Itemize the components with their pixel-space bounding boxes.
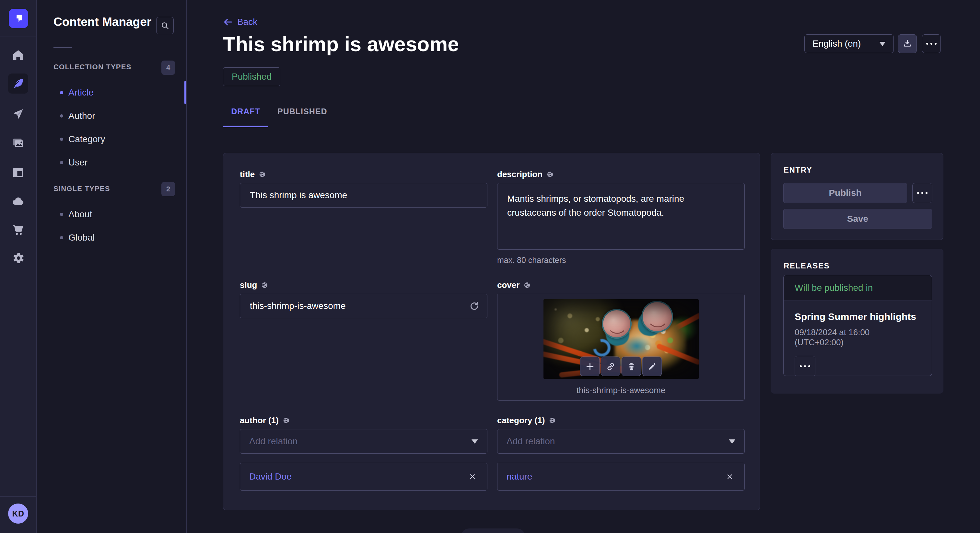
single-types-count: 2 (161, 182, 175, 196)
tab-published[interactable]: PUBLISHED (268, 107, 327, 127)
subnav-item-author[interactable]: Author (37, 104, 184, 128)
remove-relation-button[interactable] (724, 471, 735, 482)
locale-select[interactable]: English (en) (804, 34, 894, 53)
entry-more-button[interactable] (912, 183, 932, 203)
subnav-item-about[interactable]: About (37, 203, 184, 226)
subnav-item-global[interactable]: Global (37, 226, 184, 249)
send-icon[interactable] (11, 107, 25, 121)
release-date: 09/18/2024 at 16:00 (UTC+02:00) (795, 327, 921, 347)
close-icon (469, 473, 476, 481)
section-single-types: SINGLE TYPES (54, 185, 110, 193)
settings-icon[interactable] (11, 251, 25, 265)
subnav-scrollbar-thumb[interactable] (185, 81, 186, 104)
subnav-item-user[interactable]: User (37, 151, 184, 174)
page-title: This shrimp is awesome (223, 32, 459, 56)
cover-field: this-shrimp-is-awesome (497, 294, 745, 401)
user-avatar[interactable]: KD (8, 503, 28, 523)
content-manager-icon (12, 77, 25, 90)
release-status: Will be published in (784, 275, 932, 301)
collection-types-count: 4 (161, 60, 175, 75)
chevron-down-icon (471, 439, 478, 444)
slug-field-label: slug (240, 280, 268, 290)
more-icon (917, 192, 928, 194)
more-icon (800, 365, 810, 367)
edit-form-card: title description Mantis shrimps, or sto… (223, 153, 760, 510)
releases-panel: RELEASES Will be published in Spring Sum… (771, 249, 943, 393)
remove-relation-button[interactable] (467, 471, 478, 482)
rail-divider (0, 36, 37, 37)
category-relation-combobox[interactable]: Add relation (497, 429, 745, 454)
author-relation-item: David Doe (240, 463, 487, 490)
bullet-icon (60, 138, 63, 141)
rail-bottom-divider (0, 497, 37, 497)
slug-field (240, 294, 487, 318)
title-field-label: title (240, 169, 266, 179)
description-hint: max. 80 characters (497, 255, 566, 265)
chevron-down-icon (729, 439, 735, 444)
add-asset-button[interactable] (580, 357, 600, 376)
content-type-builder-icon[interactable] (11, 165, 25, 180)
relation-link[interactable]: David Doe (249, 471, 292, 482)
subnav-divider (54, 47, 72, 48)
globe-icon (261, 281, 268, 289)
bullet-icon (60, 91, 63, 94)
more-icon (926, 43, 937, 45)
category-field-label: category (1) (497, 416, 556, 425)
pencil-icon (647, 362, 657, 371)
regenerate-slug-button[interactable] (467, 300, 480, 313)
tab-draft[interactable]: DRAFT (223, 107, 268, 127)
export-button[interactable] (898, 34, 917, 53)
marketplace-icon[interactable] (11, 222, 25, 237)
globe-icon (283, 417, 290, 424)
description-field-label: description (497, 169, 554, 179)
cover-caption: this-shrimp-is-awesome (498, 385, 745, 395)
relation-link[interactable]: nature (506, 471, 532, 482)
active-tab-indicator (223, 125, 268, 127)
download-icon (903, 39, 912, 48)
copy-link-button[interactable] (601, 357, 620, 376)
home-icon[interactable] (11, 48, 25, 62)
back-link[interactable]: Back (223, 17, 257, 27)
media-library-icon[interactable] (11, 136, 25, 150)
header-more-button[interactable] (922, 34, 941, 53)
bullet-icon (60, 236, 63, 239)
author-relation-combobox[interactable]: Add relation (240, 429, 487, 454)
version-tabs: DRAFT PUBLISHED (223, 107, 327, 127)
edit-asset-button[interactable] (642, 357, 662, 376)
arrow-left-icon (223, 17, 233, 27)
bullet-icon (60, 161, 63, 164)
trash-icon (627, 362, 636, 371)
status-badge: Published (223, 67, 280, 86)
search-button[interactable] (156, 17, 174, 34)
delete-asset-button[interactable] (622, 357, 641, 376)
globe-icon (549, 417, 556, 424)
main-nav-rail: KD (0, 0, 37, 533)
title-input[interactable] (240, 183, 487, 208)
search-icon (161, 21, 169, 30)
publish-button[interactable]: Publish (783, 183, 907, 203)
add-icon (585, 362, 595, 371)
strapi-logo[interactable] (9, 9, 28, 28)
next-section-peek (461, 528, 525, 533)
subnav-item-article[interactable]: Article (37, 81, 184, 104)
nav-item-content-manager[interactable] (8, 73, 28, 94)
release-more-button[interactable] (795, 356, 815, 376)
content-manager-subnav: Content Manager COLLECTION TYPES 4 Artic… (37, 0, 187, 533)
cloud-icon[interactable] (11, 194, 25, 208)
globe-icon (546, 171, 554, 178)
close-icon (726, 473, 734, 481)
description-textarea[interactable]: Mantis shrimps, or stomatopods, are mari… (497, 183, 745, 250)
bullet-icon (60, 213, 63, 216)
releases-panel-title: RELEASES (784, 261, 830, 270)
section-collection-types: COLLECTION TYPES (54, 63, 131, 71)
chevron-down-icon (879, 42, 886, 46)
link-icon (606, 362, 616, 371)
cover-actions (580, 357, 662, 376)
cover-field-label: cover (497, 280, 531, 290)
subnav-item-category[interactable]: Category (37, 128, 184, 151)
author-field-label: author (1) (240, 416, 290, 425)
save-button[interactable]: Save (783, 209, 932, 229)
main-content: Back This shrimp is awesome Published DR… (187, 0, 980, 533)
entry-panel-title: ENTRY (784, 165, 812, 174)
slug-input[interactable] (240, 294, 487, 318)
